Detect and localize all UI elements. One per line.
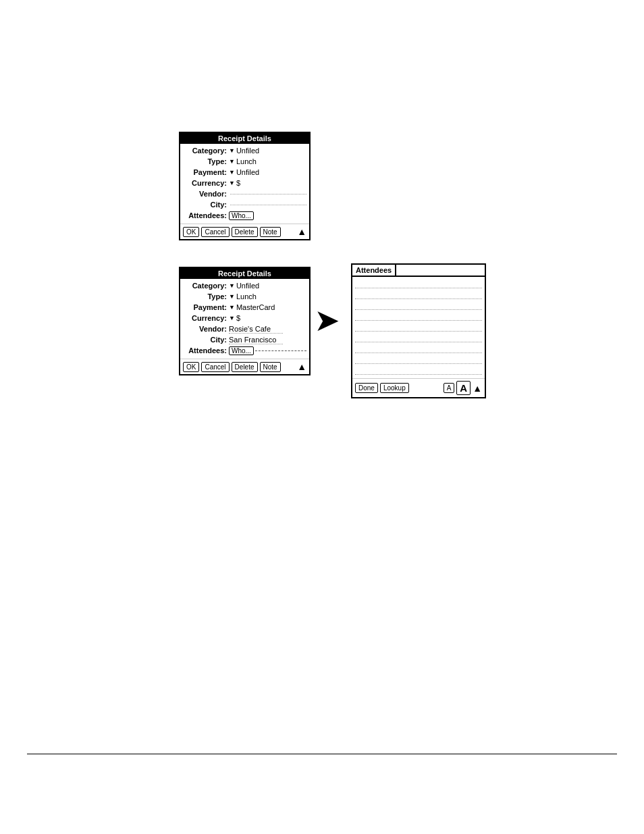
top-currency-label: Currency: [183, 179, 229, 187]
top-panel-title: Receipt Details [180, 133, 309, 144]
bottom-type-value[interactable]: ▼ Lunch [229, 292, 257, 301]
bottom-type-label: Type: [183, 292, 229, 301]
attendees-connector-hint [255, 350, 306, 351]
top-city-label: City: [183, 201, 229, 209]
attendee-line-9[interactable] [355, 365, 482, 375]
top-attendees-label: Attendees: [183, 211, 229, 219]
flow-arrow: ➤ [315, 307, 338, 334]
receipt-panel-bottom: Receipt Details Category: ▼ Unfiled Type… [179, 267, 311, 375]
receipt-panel-top: Receipt Details Category: ▼ Unfiled Type… [179, 132, 311, 240]
top-panel-footer: OK Cancel Delete Note ▲ [180, 224, 309, 239]
attendee-line-8[interactable] [355, 355, 482, 364]
top-category-row: Category: ▼ Unfiled [183, 146, 306, 155]
attendee-line-6[interactable] [355, 333, 482, 342]
bottom-vendor-row: Vendor: Rosie's Cafe [183, 324, 306, 334]
attendee-line-2[interactable] [355, 290, 482, 299]
font-large-button[interactable]: A [456, 381, 471, 395]
font-size-controls: A A ▲ [444, 381, 482, 395]
bottom-vendor-label: Vendor: [183, 325, 229, 333]
attendee-line-3[interactable] [355, 301, 482, 310]
bottom-ok-button[interactable]: OK [183, 362, 199, 372]
top-who-button[interactable]: Who... [229, 211, 254, 220]
bottom-type-arrow: ▼ [229, 293, 235, 300]
top-type-label: Type: [183, 157, 229, 165]
attendee-line-1[interactable] [355, 279, 482, 288]
top-type-value[interactable]: ▼ Lunch [229, 157, 257, 165]
top-delete-button[interactable]: Delete [232, 227, 258, 237]
bottom-category-row: Category: ▼ Unfiled [183, 281, 306, 290]
bottom-payment-arrow: ▼ [229, 304, 235, 311]
bottom-category-value[interactable]: ▼ Unfiled [229, 282, 259, 290]
attendees-header-space [396, 265, 485, 276]
top-category-value[interactable]: ▼ Unfiled [229, 147, 259, 155]
bottom-city-label: City: [183, 336, 229, 344]
bottom-city-row: City: San Francisco [183, 335, 306, 344]
attendees-scroll-up-icon[interactable]: ▲ [473, 383, 482, 394]
attendees-title: Attendees [352, 265, 396, 276]
bottom-currency-arrow: ▼ [229, 315, 235, 321]
top-type-row: Type: ▼ Lunch [183, 157, 306, 166]
top-currency-value[interactable]: ▼ $ [229, 179, 240, 187]
top-currency-arrow: ▼ [229, 180, 235, 186]
attendees-panel: Attendees Done Lookup A A ▲ [351, 263, 486, 398]
top-payment-row: Payment: ▼ Unfiled [183, 167, 306, 177]
attendees-footer: Done Lookup A A ▲ [352, 378, 485, 397]
bottom-currency-value[interactable]: ▼ $ [229, 314, 240, 322]
top-note-button[interactable]: Note [260, 227, 281, 237]
bottom-panel-body: Category: ▼ Unfiled Type: ▼ Lunch Paymen… [180, 279, 309, 359]
bottom-payment-value[interactable]: ▼ MasterCard [229, 303, 275, 311]
bottom-category-label: Category: [183, 282, 229, 290]
bottom-city-input[interactable]: San Francisco [229, 336, 283, 344]
top-panel-body: Category: ▼ Unfiled Type: ▼ Lunch Paymen… [180, 144, 309, 224]
bottom-divider [27, 754, 617, 754]
top-vendor-row: Vendor: [183, 189, 306, 199]
bottom-note-button[interactable]: Note [260, 362, 281, 372]
attendees-done-button[interactable]: Done [355, 383, 378, 393]
top-cancel-button[interactable]: Cancel [201, 227, 229, 237]
top-category-label: Category: [183, 147, 229, 155]
bottom-payment-label: Payment: [183, 303, 229, 311]
bottom-category-arrow: ▼ [229, 282, 235, 289]
bottom-panel-title: Receipt Details [180, 268, 309, 279]
top-ok-button[interactable]: OK [183, 227, 199, 237]
bottom-who-button[interactable]: Who... [229, 346, 254, 355]
top-currency-row: Currency: ▼ $ [183, 178, 306, 188]
bottom-currency-label: Currency: [183, 314, 229, 322]
attendees-lookup-button[interactable]: Lookup [380, 383, 409, 393]
top-type-arrow: ▼ [229, 158, 235, 165]
font-small-button[interactable]: A [444, 383, 455, 393]
bottom-scroll-up-icon[interactable]: ▲ [297, 361, 306, 372]
bottom-currency-row: Currency: ▼ $ [183, 313, 306, 323]
attendee-line-4[interactable] [355, 311, 482, 321]
bottom-attendees-label: Attendees: [183, 346, 229, 355]
attendees-list [352, 277, 485, 378]
top-payment-value[interactable]: ▼ Unfiled [229, 168, 259, 176]
bottom-attendees-row: Attendees: Who... [183, 346, 306, 355]
top-vendor-input[interactable] [230, 194, 306, 194]
bottom-vendor-input[interactable]: Rosie's Cafe [229, 325, 283, 334]
top-payment-arrow: ▼ [229, 169, 235, 176]
bottom-panel-footer: OK Cancel Delete Note ▲ [180, 359, 309, 374]
top-attendees-row: Attendees: Who... [183, 211, 306, 220]
top-vendor-label: Vendor: [183, 190, 229, 198]
page-content: Receipt Details Category: ▼ Unfiled Type… [0, 0, 644, 834]
attendees-header: Attendees [352, 265, 485, 277]
top-payment-label: Payment: [183, 168, 229, 176]
bottom-cancel-button[interactable]: Cancel [201, 362, 229, 372]
bottom-type-row: Type: ▼ Lunch [183, 292, 306, 301]
top-scroll-up-icon[interactable]: ▲ [297, 226, 306, 237]
attendee-line-5[interactable] [355, 322, 482, 332]
bottom-delete-button[interactable]: Delete [232, 362, 258, 372]
attendee-line-7[interactable] [355, 344, 482, 353]
bottom-payment-row: Payment: ▼ MasterCard [183, 303, 306, 312]
top-category-arrow: ▼ [229, 147, 235, 154]
top-city-input[interactable] [230, 205, 306, 205]
top-city-row: City: [183, 200, 306, 209]
